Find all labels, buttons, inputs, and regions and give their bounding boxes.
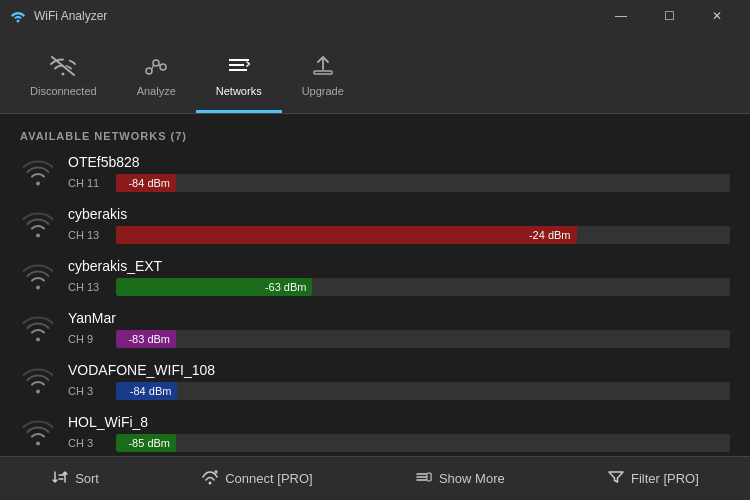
signal-bar-container: -83 dBm	[116, 330, 730, 348]
wifi-signal-icon	[20, 415, 56, 451]
signal-strength-label: -84 dBm	[128, 177, 170, 189]
showmore-label: Show More	[439, 471, 505, 486]
title-bar-left: WiFi Analyzer	[10, 8, 107, 24]
showmore-button[interactable]: Show More	[399, 460, 521, 498]
network-info: VODAFONE_WIFI_108CH 3-84 dBm	[68, 362, 730, 400]
connect-button[interactable]: Connect [PRO]	[185, 460, 328, 498]
network-info: cyberakis_EXTCH 13-63 dBm	[68, 258, 730, 296]
network-channel: CH 9	[68, 333, 106, 345]
nav-label-disconnected: Disconnected	[30, 85, 97, 97]
wifi-signal-icon	[20, 259, 56, 295]
network-info: YanMarCH 9-83 dBm	[68, 310, 730, 348]
signal-bar-container: -85 dBm	[116, 434, 730, 452]
signal-bar-fill: -84 dBm	[116, 382, 177, 400]
close-button[interactable]: ✕	[694, 0, 740, 32]
svg-point-3	[160, 64, 166, 70]
analyze-icon	[143, 55, 169, 81]
svg-rect-9	[427, 473, 431, 481]
svg-rect-5	[229, 64, 244, 66]
network-info: OTEf5b828CH 11-84 dBm	[68, 154, 730, 192]
connect-icon	[201, 468, 219, 490]
svg-rect-7	[314, 71, 332, 74]
network-channel: CH 11	[68, 177, 106, 189]
signal-bar-container: -63 dBm	[116, 278, 730, 296]
network-info: cyberakisCH 13-24 dBm	[68, 206, 730, 244]
signal-bar-fill: -83 dBm	[116, 330, 176, 348]
network-item-0[interactable]: OTEf5b828CH 11-84 dBm	[20, 154, 730, 192]
filter-icon	[607, 468, 625, 490]
svg-point-1	[146, 68, 152, 74]
network-item-1[interactable]: cyberakisCH 13-24 dBm	[20, 206, 730, 244]
nav-label-networks: Networks	[216, 85, 262, 97]
content-area: AVAILABLE NETWORKS (7) OTEf5b828CH 11-84…	[0, 114, 750, 456]
showmore-icon	[415, 468, 433, 490]
network-name: YanMar	[68, 310, 730, 326]
network-name: HOL_WiFi_8	[68, 414, 730, 430]
toolbar: Sort Connect [PRO] Show More Fil	[0, 456, 750, 500]
signal-strength-label: -63 dBm	[265, 281, 307, 293]
network-item-2[interactable]: cyberakis_EXTCH 13-63 dBm	[20, 258, 730, 296]
svg-point-0	[17, 20, 20, 23]
nav-item-upgrade[interactable]: Upgrade	[282, 41, 364, 113]
wifi-off-icon	[50, 55, 76, 81]
network-bar-row: CH 13-63 dBm	[68, 278, 730, 296]
sort-icon	[51, 468, 69, 490]
nav-item-networks[interactable]: Networks	[196, 41, 282, 113]
wifi-signal-icon	[20, 207, 56, 243]
network-name: cyberakis	[68, 206, 730, 222]
wifi-signal-icon	[20, 155, 56, 191]
title-controls: — ☐ ✕	[598, 0, 740, 32]
network-info: HOL_WiFi_8CH 3-85 dBm	[68, 414, 730, 452]
signal-bar-container: -84 dBm	[116, 174, 730, 192]
networks-icon	[226, 55, 252, 81]
section-title: AVAILABLE NETWORKS (7)	[20, 130, 730, 142]
title-bar: WiFi Analyzer — ☐ ✕	[0, 0, 750, 32]
svg-rect-4	[229, 59, 249, 61]
filter-label: Filter [PRO]	[631, 471, 699, 486]
signal-bar-container: -84 dBm	[116, 382, 730, 400]
connect-label: Connect [PRO]	[225, 471, 312, 486]
app-icon	[10, 8, 26, 24]
network-bar-row: CH 3-85 dBm	[68, 434, 730, 452]
signal-bar-container: -24 dBm	[116, 226, 730, 244]
network-name: VODAFONE_WIFI_108	[68, 362, 730, 378]
nav-label-upgrade: Upgrade	[302, 85, 344, 97]
network-channel: CH 13	[68, 229, 106, 241]
network-channel: CH 13	[68, 281, 106, 293]
network-name: cyberakis_EXT	[68, 258, 730, 274]
network-item-4[interactable]: VODAFONE_WIFI_108CH 3-84 dBm	[20, 362, 730, 400]
nav-item-analyze[interactable]: Analyze	[117, 41, 196, 113]
network-item-3[interactable]: YanMarCH 9-83 dBm	[20, 310, 730, 348]
sort-label: Sort	[75, 471, 99, 486]
network-channel: CH 3	[68, 437, 106, 449]
signal-bar-fill: -24 dBm	[116, 226, 577, 244]
app-title: WiFi Analyzer	[34, 9, 107, 23]
network-channel: CH 3	[68, 385, 106, 397]
signal-strength-label: -84 dBm	[130, 385, 172, 397]
upgrade-icon	[310, 55, 336, 81]
filter-button[interactable]: Filter [PRO]	[591, 460, 715, 498]
svg-rect-6	[229, 69, 247, 71]
nav-bar: Disconnected Analyze Networks	[0, 32, 750, 114]
sort-button[interactable]: Sort	[35, 460, 115, 498]
signal-strength-label: -24 dBm	[529, 229, 571, 241]
nav-item-disconnected[interactable]: Disconnected	[10, 41, 117, 113]
network-bar-row: CH 11-84 dBm	[68, 174, 730, 192]
minimize-button[interactable]: —	[598, 0, 644, 32]
network-bar-row: CH 9-83 dBm	[68, 330, 730, 348]
wifi-signal-icon	[20, 363, 56, 399]
svg-point-2	[153, 60, 159, 66]
networks-list: OTEf5b828CH 11-84 dBm cyberakisCH 13-24 …	[20, 154, 730, 452]
nav-label-analyze: Analyze	[137, 85, 176, 97]
network-bar-row: CH 13-24 dBm	[68, 226, 730, 244]
svg-point-8	[209, 481, 212, 484]
signal-bar-fill: -84 dBm	[116, 174, 176, 192]
signal-strength-label: -85 dBm	[128, 437, 170, 449]
maximize-button[interactable]: ☐	[646, 0, 692, 32]
network-bar-row: CH 3-84 dBm	[68, 382, 730, 400]
wifi-signal-icon	[20, 311, 56, 347]
signal-strength-label: -83 dBm	[128, 333, 170, 345]
signal-bar-fill: -85 dBm	[116, 434, 176, 452]
network-name: OTEf5b828	[68, 154, 730, 170]
network-item-5[interactable]: HOL_WiFi_8CH 3-85 dBm	[20, 414, 730, 452]
